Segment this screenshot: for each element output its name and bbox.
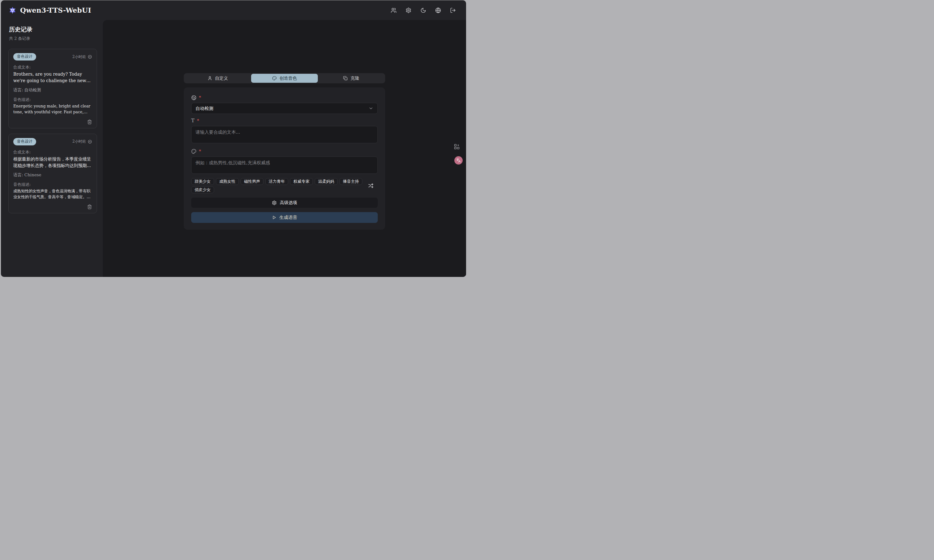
card-meta: 2小时前 <box>72 54 92 60</box>
generate-speech-button[interactable]: 生成语音 <box>191 212 378 223</box>
logout-button[interactable] <box>447 5 458 15</box>
eye-icon[interactable] <box>88 140 92 144</box>
history-list: 音色设计 2小时前 合成文本: Brothers, are you ready?… <box>8 49 103 213</box>
preset-tag[interactable]: 温柔妈妈 <box>315 178 338 185</box>
history-count: 共 2 条记录 <box>9 36 103 42</box>
type-badge: 音色设计 <box>13 53 36 60</box>
app-title: Qwen3-TTS-WebUI <box>20 6 91 14</box>
logout-icon <box>450 8 456 13</box>
language-field-label: * <box>191 95 378 100</box>
language-group: * 自动检测 <box>191 95 378 114</box>
earth-icon <box>191 95 196 100</box>
settings-gear-icon <box>272 200 277 205</box>
copy-icon <box>343 76 348 81</box>
card-footer <box>13 120 92 125</box>
history-sidebar: 历史记录 共 2 条记录 音色设计 2小时前 合成文本: Brothers, a… <box>1 20 103 277</box>
advanced-options-button[interactable]: 高级选项 <box>191 198 378 208</box>
text-T-icon: T <box>191 118 194 123</box>
delete-record-button[interactable] <box>87 120 92 125</box>
palette-icon <box>191 149 196 154</box>
text-label: 合成文本: <box>13 149 92 155</box>
language-line: 语言: 自动检测 <box>13 88 92 93</box>
card-meta: 2小时前 <box>72 139 92 144</box>
history-card[interactable]: 音色设计 2小时前 合成文本: 根据最新的市场分析报告，本季度业绩呈现稳步增长态… <box>8 134 97 213</box>
card-header: 音色设计 2小时前 <box>13 53 92 60</box>
main-content: 自定义 创造音色 克隆 <box>103 20 466 277</box>
shuffle-icon <box>368 183 373 188</box>
generate-speech-label: 生成语音 <box>279 215 297 220</box>
language-select[interactable]: 自动检测 <box>191 103 378 114</box>
delete-record-button[interactable] <box>87 205 92 209</box>
card-header: 音色设计 2小时前 <box>13 138 92 145</box>
preset-tags-row: 甜美少女 成熟女性 磁性男声 活力青年 权威专家 温柔妈妈 播音主持 俏皮少女 <box>191 178 378 193</box>
tab-label: 克隆 <box>351 75 359 81</box>
preset-tag[interactable]: 播音主持 <box>339 178 362 185</box>
tab-label: 自定义 <box>215 75 228 81</box>
language-select-value: 自动检测 <box>196 106 213 111</box>
globe-icon <box>435 8 441 13</box>
preset-tag[interactable]: 俏皮少女 <box>191 186 214 193</box>
settings-button[interactable] <box>403 5 413 15</box>
create-voice-panel: * 自动检测 T * <box>184 88 385 230</box>
chevron-down-icon <box>368 106 373 111</box>
timestamp: 2小时前 <box>72 54 86 60</box>
palette-icon <box>272 76 277 81</box>
history-card[interactable]: 音色设计 2小时前 合成文本: Brothers, are you ready?… <box>8 49 97 128</box>
sidebar-title: 历史记录 <box>9 26 103 34</box>
mode-tabbar: 自定义 创造音色 克隆 <box>184 73 385 83</box>
moon-icon <box>420 8 426 13</box>
preset-tag[interactable]: 成熟女性 <box>216 178 239 185</box>
settings-gear-icon <box>405 8 412 13</box>
text-field-label: T * <box>191 118 378 123</box>
card-footer <box>13 205 92 209</box>
preset-tags: 甜美少女 成熟女性 磁性男声 活力青年 权威专家 温柔妈妈 播音主持 俏皮少女 <box>191 178 366 193</box>
trash-icon <box>87 120 92 125</box>
voice-description: 成熟知性的女性声音，音色温润饱满，带有职业女性的干练气质。音高中等，音域稳定。语… <box>13 188 92 200</box>
required-mark: * <box>199 149 201 154</box>
advanced-options-label: 高级选项 <box>280 200 297 206</box>
translate-widget-button[interactable] <box>454 156 463 165</box>
header: Qwen3-TTS-WebUI <box>1 0 466 20</box>
preset-tag[interactable]: 权威专家 <box>290 178 313 185</box>
preset-tag[interactable]: 甜美少女 <box>191 178 214 185</box>
translate-icon <box>456 158 461 163</box>
type-badge: 音色设计 <box>13 138 36 145</box>
users-button[interactable] <box>388 5 399 15</box>
tab-clone[interactable]: 克隆 <box>318 74 385 83</box>
synthesis-text: Brothers, are you ready? Today we're goi… <box>13 71 92 84</box>
voice-description: Energetic young male, bright and clear t… <box>13 103 92 115</box>
required-mark: * <box>199 95 201 100</box>
description-label: 音色描述: <box>13 182 92 188</box>
preset-tag[interactable]: 活力青年 <box>265 178 288 185</box>
required-mark: * <box>197 118 199 123</box>
voice-description-input[interactable] <box>191 157 378 174</box>
trash-icon <box>87 205 92 209</box>
app-logo-icon <box>8 6 17 14</box>
users-icon <box>391 8 396 13</box>
language-line: 语言: Chinese <box>13 172 92 178</box>
apps-widget-button[interactable] <box>454 143 460 150</box>
description-field-label: * <box>191 148 378 154</box>
tab-custom[interactable]: 自定义 <box>184 74 251 83</box>
tab-create-voice[interactable]: 创造音色 <box>251 74 318 83</box>
eye-icon[interactable] <box>88 55 92 59</box>
synthesis-text: 根据最新的市场分析报告，本季度业绩呈现稳步增长态势，各项指标均达到预期... <box>13 156 92 169</box>
tab-label: 创造音色 <box>279 75 297 81</box>
brand: Qwen3-TTS-WebUI <box>8 6 91 14</box>
random-preset-button[interactable] <box>368 183 373 188</box>
description-label: 音色描述: <box>13 97 92 103</box>
timestamp: 2小时前 <box>72 139 86 144</box>
description-group: * <box>191 148 378 175</box>
user-icon <box>208 76 212 81</box>
text-label: 合成文本: <box>13 65 92 70</box>
header-actions <box>388 5 458 15</box>
apps-sparkle-icon <box>454 143 460 150</box>
language-button[interactable] <box>433 5 443 15</box>
synthesis-text-input[interactable] <box>191 126 378 143</box>
dark-mode-button[interactable] <box>418 5 428 15</box>
app-window: Qwen3-TTS-WebUI <box>1 0 466 277</box>
preset-tag[interactable]: 磁性男声 <box>240 178 264 185</box>
text-group: T * <box>191 118 378 145</box>
play-icon <box>272 215 276 220</box>
